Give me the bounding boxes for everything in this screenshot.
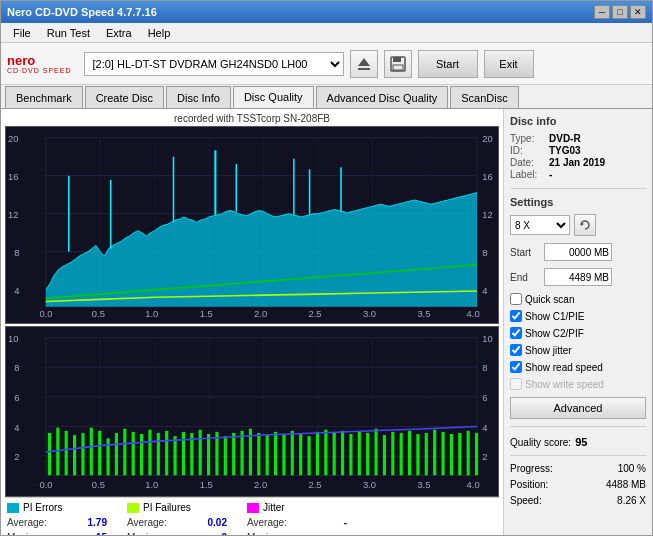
svg-rect-84	[48, 433, 51, 475]
disc-date-value: 21 Jan 2019	[549, 157, 605, 168]
svg-text:4: 4	[14, 285, 19, 296]
minimize-button[interactable]: ─	[594, 5, 610, 19]
quality-score-value: 95	[575, 436, 587, 448]
svg-text:3.0: 3.0	[363, 308, 376, 319]
disc-type-value: DVD-R	[549, 133, 581, 144]
close-button[interactable]: ✕	[630, 5, 646, 19]
divider-3	[510, 455, 646, 456]
tab-disc-quality[interactable]: Disc Quality	[233, 86, 314, 108]
top-chart-svg: 20 16 12 8 4 20 16 12 8 4 0.0 0.5	[6, 127, 498, 323]
show-c1pie-row: Show C1/PIE	[510, 310, 646, 322]
charts-container: 20 16 12 8 4 20 16 12 8 4 0.0 0.5	[5, 126, 499, 497]
svg-rect-113	[291, 430, 294, 474]
menu-help[interactable]: Help	[140, 25, 179, 41]
save-icon-button[interactable]	[384, 50, 412, 78]
speed-refresh-button[interactable]	[574, 214, 596, 236]
maximize-button[interactable]: □	[612, 5, 628, 19]
svg-text:4: 4	[482, 285, 487, 296]
svg-text:1.0: 1.0	[145, 479, 158, 490]
drive-selector[interactable]: [2:0] HL-DT-ST DVDRAM GH24NSD0 LH00	[84, 52, 344, 76]
main-content: recorded with TSSTcorp SN-208FB	[1, 109, 652, 535]
eject-icon-button[interactable]	[350, 50, 378, 78]
end-mb-label: End	[510, 272, 540, 283]
svg-rect-134	[467, 430, 470, 474]
pi-errors-label: PI Errors	[23, 502, 62, 513]
quick-scan-checkbox[interactable]	[510, 293, 522, 305]
tab-benchmark[interactable]: Benchmark	[5, 86, 83, 108]
svg-rect-100	[182, 432, 185, 475]
show-c1pie-checkbox[interactable]	[510, 310, 522, 322]
right-panel: Disc info Type: DVD-R ID: TYG03 Date: 21…	[504, 109, 652, 535]
svg-rect-1	[358, 68, 370, 70]
show-read-speed-checkbox[interactable]	[510, 361, 522, 373]
toolbar: nero CD·DVD SPEED [2:0] HL-DT-ST DVDRAM …	[1, 43, 652, 85]
svg-text:0.0: 0.0	[39, 479, 52, 490]
bottom-chart-svg: 10 8 6 4 2 10 8 6 4 2 0.0 0.5	[6, 327, 498, 496]
exit-button[interactable]: Exit	[484, 50, 534, 78]
jitter-label: Jitter	[263, 502, 285, 513]
svg-rect-105	[224, 436, 227, 475]
tab-disc-info[interactable]: Disc Info	[166, 86, 231, 108]
disc-type-label: Type:	[510, 133, 545, 144]
svg-text:20: 20	[8, 133, 18, 144]
tab-scandisc[interactable]: ScanDisc	[450, 86, 518, 108]
show-jitter-checkbox[interactable]	[510, 344, 522, 356]
bottom-chart: 10 8 6 4 2 10 8 6 4 2 0.0 0.5	[5, 326, 499, 497]
nero-logo: nero CD·DVD SPEED	[7, 54, 72, 74]
disc-id-value: TYG03	[549, 145, 581, 156]
svg-text:16: 16	[482, 171, 492, 182]
svg-rect-98	[165, 430, 168, 474]
advanced-button[interactable]: Advanced	[510, 397, 646, 419]
svg-text:1.5: 1.5	[200, 308, 213, 319]
svg-text:0.0: 0.0	[39, 308, 52, 319]
svg-rect-120	[349, 434, 352, 475]
jitter-average-row: Average: -	[247, 515, 347, 530]
svg-rect-127	[408, 430, 411, 474]
svg-text:4: 4	[482, 421, 487, 432]
svg-rect-117	[324, 429, 327, 475]
top-chart: 20 16 12 8 4 20 16 12 8 4 0.0 0.5	[5, 126, 499, 324]
svg-rect-126	[400, 433, 403, 475]
menu-file[interactable]: File	[5, 25, 39, 41]
svg-rect-88	[81, 433, 84, 475]
pi-errors-average-row: Average: 1.79	[7, 515, 107, 530]
svg-text:3.0: 3.0	[363, 479, 376, 490]
menu-extra[interactable]: Extra	[98, 25, 140, 41]
menu-bar: File Run Test Extra Help	[1, 23, 652, 43]
svg-rect-119	[341, 430, 344, 474]
disc-info-title: Disc info	[510, 115, 646, 127]
svg-text:1.5: 1.5	[200, 479, 213, 490]
quick-scan-row: Quick scan	[510, 293, 646, 305]
svg-rect-92	[115, 433, 118, 475]
title-bar: Nero CD-DVD Speed 4.7.7.16 ─ □ ✕	[1, 1, 652, 23]
svg-rect-131	[441, 432, 444, 475]
svg-text:2.5: 2.5	[309, 308, 322, 319]
quality-section: Quality score: 95	[510, 436, 646, 448]
svg-rect-91	[106, 438, 109, 475]
svg-rect-132	[450, 434, 453, 475]
tab-create-disc[interactable]: Create Disc	[85, 86, 164, 108]
chart-area: recorded with TSSTcorp SN-208FB	[1, 109, 504, 535]
svg-rect-128	[416, 434, 419, 475]
start-mb-row: Start	[510, 243, 646, 261]
start-mb-input[interactable]	[544, 243, 612, 261]
jitter-color	[247, 503, 259, 513]
speed-display-label: Speed:	[510, 495, 542, 506]
progress-label: Progress:	[510, 463, 553, 474]
start-button[interactable]: Start	[418, 50, 478, 78]
speed-select[interactable]: 8 X	[510, 215, 570, 235]
show-c2pif-checkbox[interactable]	[510, 327, 522, 339]
end-mb-input[interactable]	[544, 268, 612, 286]
svg-rect-129	[425, 433, 428, 475]
svg-rect-90	[98, 430, 101, 474]
disc-id-row: ID: TYG03	[510, 145, 646, 156]
svg-text:3.5: 3.5	[417, 479, 430, 490]
legend-jitter: Jitter Average: - Maximum: - PO failures…	[247, 502, 347, 535]
svg-rect-121	[358, 432, 361, 475]
disc-info-table: Type: DVD-R ID: TYG03 Date: 21 Jan 2019 …	[510, 133, 646, 181]
svg-rect-95	[140, 434, 143, 475]
svg-rect-4	[393, 65, 403, 70]
svg-text:8: 8	[482, 362, 487, 373]
tab-advanced-disc-quality[interactable]: Advanced Disc Quality	[316, 86, 449, 108]
menu-run-test[interactable]: Run Test	[39, 25, 98, 41]
